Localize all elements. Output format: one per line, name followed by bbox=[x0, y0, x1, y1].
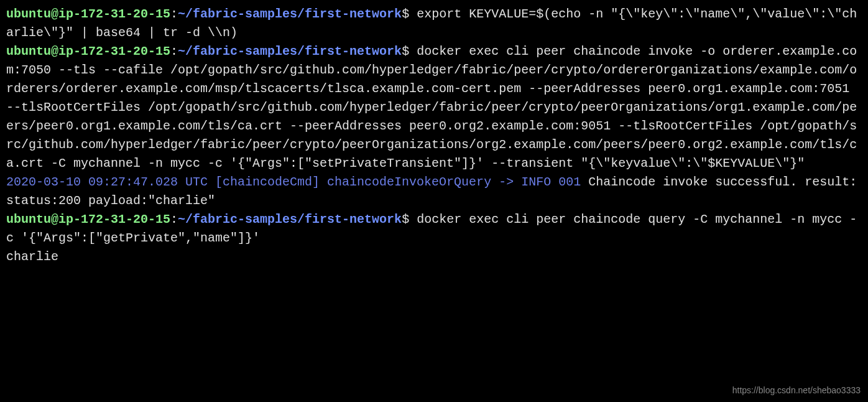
prompt-colon: : bbox=[170, 44, 178, 58]
prompt-user-host: ubuntu@ip-172-31-20-15 bbox=[6, 44, 170, 58]
prompt-dollar: $ bbox=[402, 7, 409, 21]
query-output: charlie bbox=[6, 250, 58, 264]
prompt-colon: : bbox=[170, 212, 178, 227]
command-2: docker exec cli peer chaincode invoke -o… bbox=[6, 44, 857, 171]
watermark-text: https://blog.csdn.net/shebao3333 bbox=[732, 384, 861, 397]
prompt-user-host: ubuntu@ip-172-31-20-15 bbox=[6, 7, 170, 21]
log-timestamp-info: 2020-03-10 09:27:47.028 UTC [chaincodeCm… bbox=[6, 175, 581, 189]
prompt-path: ~/fabric-samples/first-network bbox=[178, 7, 402, 21]
prompt-path: ~/fabric-samples/first-network bbox=[178, 212, 402, 227]
prompt-dollar: $ bbox=[402, 44, 409, 58]
prompt-dollar: $ bbox=[402, 212, 409, 227]
prompt-user-host: ubuntu@ip-172-31-20-15 bbox=[6, 212, 170, 227]
terminal-output[interactable]: ubuntu@ip-172-31-20-15:~/fabric-samples/… bbox=[6, 5, 862, 266]
prompt-colon: : bbox=[170, 7, 178, 21]
prompt-path: ~/fabric-samples/first-network bbox=[178, 44, 402, 58]
